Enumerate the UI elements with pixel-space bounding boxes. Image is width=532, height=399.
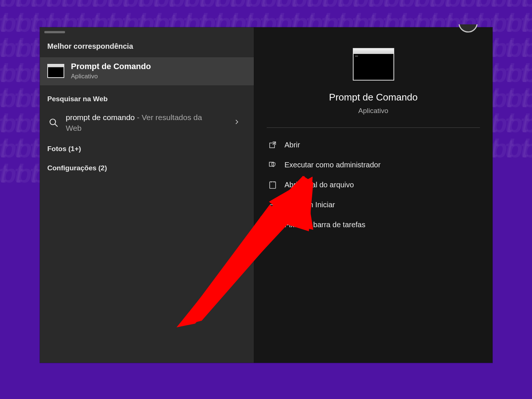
detail-subtitle: Aplicativo (358, 107, 388, 115)
shield-icon (268, 160, 277, 169)
best-match-header: Melhor correspondência (40, 33, 254, 57)
best-match-text: Prompt de Comando Aplicativo (71, 62, 151, 80)
web-search-text: prompt de comando - Ver resultados da We… (66, 112, 214, 134)
cmd-icon (47, 64, 64, 78)
action-list: Abrir Executar como administrador Abrir … (254, 128, 492, 233)
action-pin-taskbar-label: Fixar na barra de tarefas (284, 221, 365, 229)
action-pin-start[interactable]: Fixar em Iniciar (265, 196, 485, 214)
action-run-admin[interactable]: Executar como administrador (265, 156, 485, 174)
svg-point-0 (50, 119, 55, 125)
best-match-item[interactable]: Prompt de Comando Aplicativo (40, 57, 254, 85)
chevron-right-icon (234, 119, 240, 127)
pin-icon (268, 200, 277, 209)
start-search-window: Melhor correspondência Prompt de Comando… (40, 27, 492, 363)
action-open-location[interactable]: Abrir local do arquivo (265, 176, 485, 194)
category-settings[interactable]: Configurações (2) (40, 153, 254, 172)
best-match-subtitle: Aplicativo (71, 73, 151, 80)
action-run-admin-label: Executar como administrador (284, 161, 381, 169)
best-match-title: Prompt de Comando (71, 62, 151, 71)
cmd-icon-large (353, 48, 394, 81)
folder-icon (268, 180, 277, 189)
detail-title: Prompt de Comando (329, 92, 418, 103)
web-search-header: Pesquisar na Web (40, 85, 254, 110)
action-pin-taskbar[interactable]: Fixar na barra de tarefas (265, 216, 485, 233)
action-open[interactable]: Abrir (265, 136, 485, 154)
web-search-item[interactable]: prompt de comando - Ver resultados da We… (40, 110, 254, 136)
action-open-location-label: Abrir local do arquivo (284, 181, 354, 189)
detail-pane: Prompt de Comando Aplicativo Abrir Execu… (254, 27, 492, 363)
action-open-label: Abrir (284, 141, 300, 149)
category-photos[interactable]: Fotos (1+) (40, 136, 254, 153)
web-search-query: prompt de comando (66, 113, 135, 122)
pin-icon (268, 220, 277, 229)
detail-header: Prompt de Comando Aplicativo (254, 27, 492, 127)
svg-rect-5 (270, 182, 276, 188)
user-avatar[interactable] (458, 24, 480, 35)
results-pane: Melhor correspondência Prompt de Comando… (40, 27, 254, 363)
search-icon (49, 118, 58, 127)
action-pin-start-label: Fixar em Iniciar (284, 201, 335, 209)
open-icon (268, 140, 277, 149)
svg-line-3 (273, 142, 276, 145)
svg-line-1 (55, 124, 58, 127)
